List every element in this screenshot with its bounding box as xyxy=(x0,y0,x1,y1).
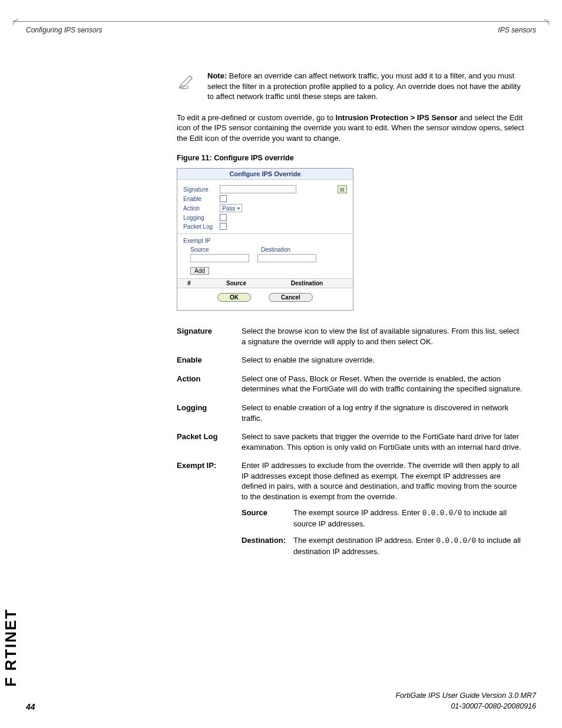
term-logging: Logging xyxy=(177,403,242,413)
desc-enable: Select to enable the signature override. xyxy=(242,355,524,365)
term-action: Action xyxy=(177,374,242,384)
logo-text: F RTINET xyxy=(2,608,20,687)
footer-right: FortiGate IPS User Guide Version 3.0 MR7… xyxy=(395,691,536,711)
destination-input[interactable] xyxy=(257,254,316,262)
desc-action: Select one of Pass, Block or Reset. When… xyxy=(242,374,524,394)
term-exemptip: Exempt IP: xyxy=(177,460,242,471)
label-destination: Destination xyxy=(261,246,332,253)
ok-button[interactable]: OK xyxy=(217,293,251,302)
page-content: Note: Before an override can affect netw… xyxy=(177,71,524,565)
logging-checkbox[interactable] xyxy=(220,214,227,221)
enable-checkbox[interactable] xyxy=(220,195,227,202)
page-number: 44 xyxy=(26,702,35,711)
label-signature: Signature xyxy=(183,186,220,193)
header-rule xyxy=(13,21,549,22)
para-lead: To edit a pre-defined or custom override… xyxy=(177,113,336,122)
para-path: Intrusion Protection > IPS Sensor xyxy=(336,113,458,122)
fortinet-logo: F RTINET xyxy=(2,608,20,687)
note-block: Note: Before an override can affect netw… xyxy=(177,71,524,102)
desc-signature: Select the browse icon to view the list … xyxy=(242,326,524,347)
signature-input[interactable] xyxy=(220,185,296,193)
instruction-paragraph: To edit a pre-defined or custom override… xyxy=(177,113,524,144)
source-input[interactable] xyxy=(190,254,249,262)
code-source: 0.0.0.0/0 xyxy=(422,509,462,518)
exempt-header: Exempt IP xyxy=(183,238,347,244)
action-value: Pass xyxy=(222,205,235,212)
col-actions xyxy=(342,280,353,286)
term-enable: Enable xyxy=(177,355,242,365)
running-header-left: Configuring IPS sensors xyxy=(26,26,102,34)
note-text: Note: Before an override can affect netw… xyxy=(207,71,524,102)
subdesc-dest: The exempt destination IP address. Enter… xyxy=(293,535,524,556)
subterm-source: Source xyxy=(242,508,293,518)
label-logging: Logging xyxy=(183,215,220,221)
desc-packetlog: Select to save packets that trigger the … xyxy=(242,431,524,452)
sub-dest-pre: The exempt destination IP address. Enter xyxy=(293,536,437,545)
cancel-button[interactable]: Cancel xyxy=(269,293,313,302)
note-icon xyxy=(177,71,197,91)
add-button[interactable]: Add xyxy=(190,267,209,275)
subterm-dest: Destination: xyxy=(242,535,293,546)
browse-icon[interactable]: ▤ xyxy=(338,185,347,193)
running-header-right: IPS sensors xyxy=(498,26,536,34)
footer-line1: FortiGate IPS User Guide Version 3.0 MR7 xyxy=(395,691,536,701)
configure-override-screenshot: Configure IPS Override Signature ▤ Enabl… xyxy=(177,168,353,311)
term-packetlog: Packet Log xyxy=(177,431,242,442)
sub-source-pre: The exempt source IP address. Enter xyxy=(293,508,422,517)
label-source: Source xyxy=(190,246,261,253)
desc-logging: Select to enable creation of a log entry… xyxy=(242,403,524,423)
packetlog-checkbox[interactable] xyxy=(220,223,227,230)
note-label: Note: xyxy=(207,71,227,80)
note-body: Before an override can affect network tr… xyxy=(207,71,521,101)
figure-caption: Figure 11: Configure IPS override xyxy=(177,154,524,162)
col-hash: # xyxy=(177,280,201,286)
term-signature: Signature xyxy=(177,326,242,337)
chevron-down-icon: ▾ xyxy=(237,206,240,211)
label-packetlog: Packet Log xyxy=(183,223,220,230)
definitions: Signature Select the browse icon to view… xyxy=(177,326,524,556)
desc-exemptip: Enter IP addresses to exclude from the o… xyxy=(242,461,519,501)
footer-line2: 01-30007-0080-20080916 xyxy=(395,701,536,712)
subdesc-source: The exempt source IP address. Enter 0.0.… xyxy=(293,508,524,529)
col-source: Source xyxy=(201,280,272,286)
dialog-title: Configure IPS Override xyxy=(177,169,353,180)
col-dest: Destination xyxy=(272,280,342,286)
label-action: Action xyxy=(183,205,220,212)
action-select[interactable]: Pass ▾ xyxy=(220,204,242,212)
label-enable: Enable xyxy=(183,196,220,202)
code-dest: 0.0.0.0/0 xyxy=(437,537,477,545)
